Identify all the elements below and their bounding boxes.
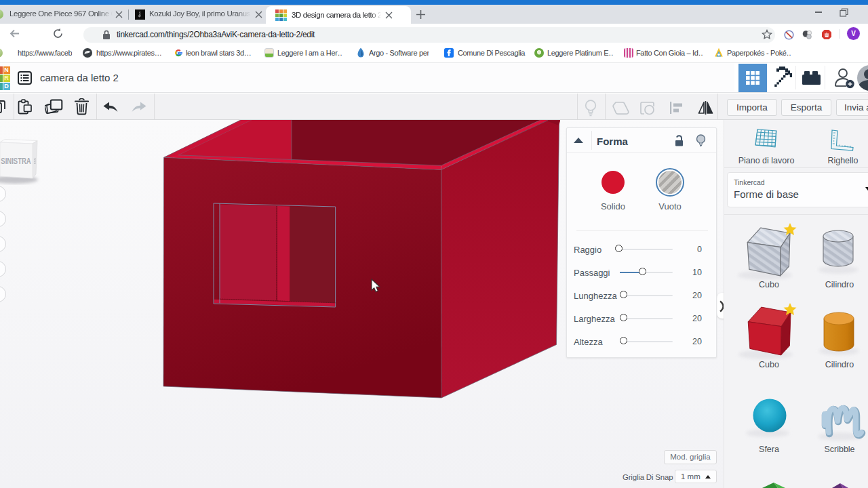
svg-text:Cubo: Cubo xyxy=(759,360,779,369)
svg-text:Cilindro: Cilindro xyxy=(825,360,854,369)
svg-text:Cubo: Cubo xyxy=(759,280,779,289)
svg-text:Sfera: Sfera xyxy=(759,445,779,454)
svg-text:SINISTRA: SINISTRA xyxy=(1,156,31,165)
svg-text:Cilindro: Cilindro xyxy=(825,280,854,289)
svg-text:Scribble: Scribble xyxy=(824,445,854,454)
